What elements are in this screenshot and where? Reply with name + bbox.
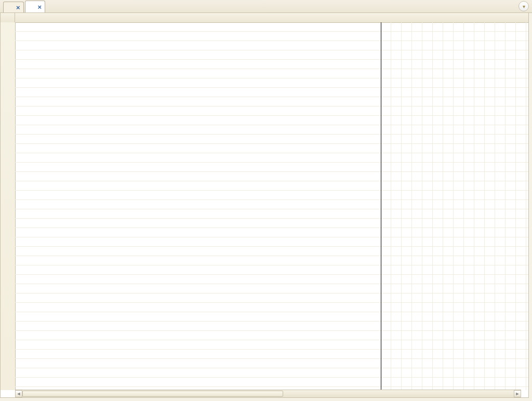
scroll-right-icon[interactable]: ► [514, 390, 521, 397]
tab-table[interactable]: × [25, 1, 46, 12]
scroll-left-icon[interactable]: ◄ [15, 390, 22, 397]
scroll-thumb[interactable] [22, 391, 283, 397]
close-icon[interactable]: × [38, 4, 42, 10]
grid-area[interactable] [15, 22, 528, 390]
corner-cell[interactable] [1, 13, 15, 22]
horizontal-scrollbar[interactable]: ◄ ► [15, 390, 521, 397]
tab-bar: × × ▾ [0, 0, 532, 13]
close-icon[interactable]: × [16, 4, 20, 11]
scroll-track[interactable] [22, 390, 514, 397]
column-headers [1, 13, 528, 23]
spreadsheet: ◄ ► [0, 12, 529, 398]
row-headers [1, 22, 16, 390]
overflow-button[interactable]: ▾ [518, 1, 529, 11]
tab-acts[interactable]: × [3, 2, 24, 12]
